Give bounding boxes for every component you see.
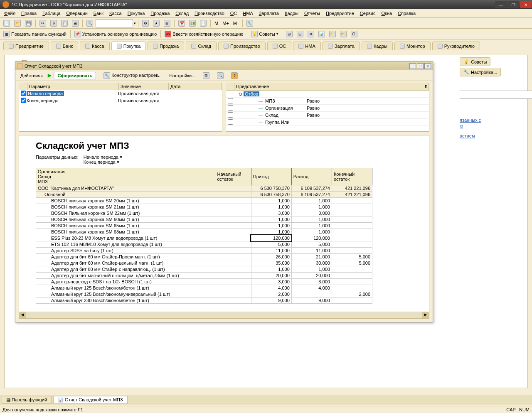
menu-Отчеты[interactable]: Отчеты <box>302 10 323 17</box>
selection-row[interactable]: —СкладРавно <box>226 112 429 119</box>
side-settings-button[interactable]: 🔧 Настройка... <box>460 68 501 76</box>
selection-row[interactable]: —Группа Или <box>226 119 429 126</box>
menu-ОС[interactable]: ОС <box>228 10 240 17</box>
menu-Зарплата[interactable]: Зарплата <box>256 10 281 17</box>
table-row[interactable]: Адаптер SDS+ на биту (1 шт)11,00011,000 <box>36 248 372 254</box>
param-row[interactable]: Конец периодаПроизвольная дата <box>19 97 222 104</box>
selection-checkbox[interactable] <box>228 112 233 118</box>
selection-row[interactable]: —ОрганизацияРавно <box>226 105 429 112</box>
search-input[interactable] <box>96 19 133 27</box>
section-tab-Производство[interactable]: Производство <box>218 42 266 50</box>
table-row[interactable]: ESS Plus 20-23 M8 Хомут для водопровода … <box>36 235 372 241</box>
selection-root[interactable]: Отбор <box>244 91 259 96</box>
task-panel-button[interactable]: ▦ Панель функций <box>2 396 52 404</box>
menu-Продажа[interactable]: Продажа <box>148 10 172 17</box>
table-row[interactable]: BOSCH пильная коронка SM 65мм (1 шт)1,00… <box>36 223 372 229</box>
selection-checkbox[interactable] <box>228 119 233 125</box>
table-row[interactable]: BOSCH пильная коронка SM 20мм (1 шт)1,00… <box>36 198 372 204</box>
side-tips-button[interactable]: 💡 Советы <box>460 57 490 66</box>
selection-checkbox[interactable] <box>228 98 233 103</box>
menu-Кадры[interactable]: Кадры <box>282 10 301 17</box>
report-minimize-button[interactable]: _ <box>409 63 416 69</box>
menu-Окна[interactable]: Окна <box>379 10 395 17</box>
wrench-icon[interactable]: 🔧 <box>245 19 255 27</box>
window-close-button[interactable]: ✕ <box>520 1 532 8</box>
table-row[interactable]: Адаптер для бит 80 мм Стайер-с направляю… <box>36 266 372 273</box>
window-maximize-button[interactable]: ❐ <box>507 1 519 8</box>
side-search-input[interactable] <box>460 91 532 99</box>
menu-Банк[interactable]: Банк <box>91 10 106 17</box>
tool-a[interactable]: ⚙ <box>140 19 150 27</box>
tool-x1[interactable]: ⊞ <box>200 71 212 80</box>
report-window-titlebar[interactable]: Отчет Складской учет МПЗ _ □ × <box>15 62 433 70</box>
table-row[interactable]: Алмазный круг 230 Bosch/эконом/бетон (1 … <box>36 297 372 304</box>
menu-Правка[interactable]: Правка <box>19 10 39 17</box>
new-button[interactable]: 📄 <box>2 19 12 27</box>
ex6[interactable]: 📂 <box>338 30 348 38</box>
menu-Покупка[interactable]: Покупка <box>125 10 148 17</box>
section-tab-НМА[interactable]: НМА <box>293 42 320 50</box>
section-tab-Руководителю[interactable]: Руководителю <box>432 42 480 50</box>
menu-Склад[interactable]: Склад <box>173 10 191 17</box>
side-link-1[interactable]: язанных с <box>460 118 525 123</box>
task-report-button[interactable]: 📊 Отчет Складской учет МПЗ <box>53 396 128 404</box>
param-row[interactable]: Начало периодаПроизвольная дата <box>19 90 222 97</box>
copy-button[interactable]: ⎘ <box>49 19 59 27</box>
menu-Сервис[interactable]: Сервис <box>357 10 378 17</box>
side-link-3[interactable]: астием <box>460 133 525 138</box>
constructor-button[interactable]: 🔧 Конструктор настроек... <box>101 71 164 80</box>
section-tab-ОС[interactable]: ОС <box>267 42 292 50</box>
ex3[interactable]: ⧉ <box>306 30 316 38</box>
m-plus-button[interactable]: M+ <box>221 20 231 27</box>
show-panel-button[interactable]: ▦Показать панель функций <box>2 30 68 38</box>
menu-Предприятие[interactable]: Предприятие <box>323 10 357 17</box>
section-tab-Предприятие[interactable]: Предприятие <box>3 42 49 50</box>
table-row[interactable]: BOSCH пильная коронка SM 21мм (1 шт)1,00… <box>36 204 372 210</box>
tool-x2[interactable]: 🔍 <box>214 71 226 80</box>
horizontal-scrollbar[interactable]: ◄► <box>19 312 429 318</box>
selection-checkbox[interactable] <box>228 105 233 111</box>
section-tab-Монитор[interactable]: Монитор <box>394 42 431 50</box>
ex4[interactable]: 📊 <box>317 30 327 38</box>
table-row[interactable]: Адаптер для бит 60 мм Стайер-Профи магн.… <box>36 254 372 260</box>
print-button[interactable]: 🖨 <box>70 19 80 27</box>
report-maximize-button[interactable]: □ <box>417 63 424 69</box>
save-button[interactable]: 💾 <box>23 19 33 27</box>
menu-Производство[interactable]: Производство <box>192 10 227 17</box>
menu-Таблица[interactable]: Таблица <box>40 10 63 17</box>
section-tab-Банк[interactable]: Банк <box>51 42 78 50</box>
section-tab-Склад[interactable]: Склад <box>186 42 217 50</box>
table-row[interactable]: ETS 102-116 M8/M10 Хомут для водопровода… <box>36 241 372 248</box>
paste-button[interactable]: 📋 <box>59 19 69 27</box>
menu-НМА[interactable]: НМА <box>240 10 255 17</box>
tool-d[interactable]: 📅 <box>177 19 187 27</box>
tool-b[interactable]: ★ <box>151 19 161 27</box>
search-icon[interactable]: 🔍 <box>85 19 95 27</box>
selection-row[interactable]: —МПЗРавно <box>226 98 429 105</box>
m-minus-button[interactable]: M- <box>232 20 240 27</box>
open-button[interactable]: 📂 <box>12 19 22 27</box>
table-row[interactable]: Адаптер для бит магнитный с кольцом, ц/м… <box>36 273 372 279</box>
actions-dropdown[interactable]: Действия <box>18 72 45 79</box>
table-row[interactable]: Адаптер для бит 60 мм Стайер-цельный маг… <box>36 260 372 266</box>
side-link-2[interactable]: ю <box>460 123 525 128</box>
table-row[interactable]: BOSCH пильная коронка SM 68мм (1 шт)1,00… <box>36 229 372 235</box>
form-report-button[interactable]: Сформировать <box>54 72 96 79</box>
section-tab-Кадры[interactable]: Кадры <box>362 42 393 50</box>
ex1[interactable]: ⊞ <box>284 30 294 38</box>
table-row[interactable]: ООО "Картинка для ИНФОСТАРТА"6 530 758,3… <box>36 185 372 192</box>
table-row[interactable]: Адаптер-переход с SDS+ на 1/2- BOSCH (1 … <box>36 279 372 285</box>
window-minimize-button[interactable]: — <box>495 1 507 8</box>
section-tab-Касса[interactable]: Касса <box>80 42 110 50</box>
report-settings-button[interactable]: Настройки... <box>167 72 198 79</box>
table-row[interactable]: Алмазный круг 125 Bosch/эконом/универсал… <box>36 291 372 297</box>
tool-f[interactable]: 📑 <box>198 19 208 27</box>
table-row[interactable]: Основной6 530 758,3706 109 537,274421 22… <box>36 192 372 198</box>
menu-Справка[interactable]: Справка <box>395 10 418 17</box>
section-tab-Покупка[interactable]: Покупка <box>111 42 146 50</box>
tool-e[interactable]: 💵 <box>187 19 197 27</box>
menu-Операции[interactable]: Операции <box>64 10 90 17</box>
table-row[interactable]: BOSCH пильная коронка SM 60мм (1 шт)1,00… <box>36 216 372 223</box>
menu-Касса[interactable]: Касса <box>107 10 124 17</box>
tool-c[interactable]: ⊞ <box>162 19 172 27</box>
